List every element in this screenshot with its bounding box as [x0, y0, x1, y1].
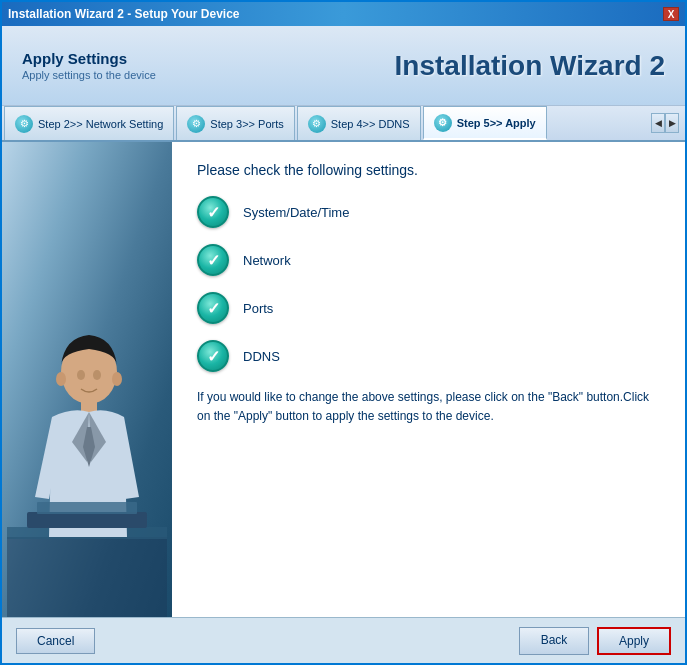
check-item-network: Network	[197, 244, 660, 276]
tab4-label: Step 4>> DDNS	[331, 118, 410, 130]
check-label-system: System/Date/Time	[243, 205, 349, 220]
tab-arrow-right[interactable]: ▶	[665, 113, 679, 133]
person-illustration	[7, 217, 167, 617]
svg-point-4	[56, 372, 66, 386]
tab-nav-arrows: ◀ ▶	[647, 106, 683, 140]
tab2-label: Step 2>> Network Setting	[38, 118, 163, 130]
tab-step5[interactable]: Step 5>> Apply	[423, 106, 547, 140]
sidebar-person	[2, 142, 172, 617]
title-bar: Installation Wizard 2 - Setup Your Devic…	[2, 2, 685, 26]
footer-right: Back Apply	[519, 627, 671, 655]
tab4-icon	[308, 115, 326, 133]
tab2-icon	[15, 115, 33, 133]
svg-point-6	[77, 370, 85, 380]
header-subtitle: Apply settings to the device	[22, 69, 156, 81]
svg-rect-0	[7, 537, 167, 617]
apply-button[interactable]: Apply	[597, 627, 671, 655]
tab-step4[interactable]: Step 4>> DDNS	[297, 106, 421, 140]
back-button[interactable]: Back	[519, 627, 589, 655]
wizard-title: Installation Wizard 2	[395, 50, 665, 82]
main-window: Installation Wizard 2 - Setup Your Devic…	[0, 0, 687, 665]
tab3-label: Step 3>> Ports	[210, 118, 283, 130]
footer: Cancel Back Apply	[2, 617, 685, 663]
tab-step2[interactable]: Step 2>> Network Setting	[4, 106, 174, 140]
tabs-bar: Step 2>> Network Setting Step 3>> Ports …	[2, 106, 685, 142]
check-title: Please check the following settings.	[197, 162, 660, 178]
check-icon-network	[197, 244, 229, 276]
svg-rect-9	[37, 502, 137, 514]
check-label-network: Network	[243, 253, 291, 268]
tab-step3[interactable]: Step 3>> Ports	[176, 106, 294, 140]
check-icon-system	[197, 196, 229, 228]
svg-point-5	[112, 372, 122, 386]
check-label-ddns: DDNS	[243, 349, 280, 364]
check-icon-ports	[197, 292, 229, 324]
check-item-ports: Ports	[197, 292, 660, 324]
header-left: Apply Settings Apply settings to the dev…	[22, 50, 156, 81]
tab5-label: Step 5>> Apply	[457, 117, 536, 129]
check-icon-ddns	[197, 340, 229, 372]
tab3-icon	[187, 115, 205, 133]
info-text: If you would like to change the above se…	[197, 388, 660, 426]
close-button[interactable]: X	[663, 7, 679, 21]
svg-rect-8	[27, 512, 147, 528]
cancel-button[interactable]: Cancel	[16, 628, 95, 654]
header-title: Apply Settings	[22, 50, 156, 67]
content-area: Please check the following settings. Sys…	[2, 142, 685, 617]
sidebar	[2, 142, 172, 617]
header: Apply Settings Apply settings to the dev…	[2, 26, 685, 106]
check-item-system: System/Date/Time	[197, 196, 660, 228]
check-label-ports: Ports	[243, 301, 273, 316]
window-title: Installation Wizard 2 - Setup Your Devic…	[8, 7, 240, 21]
check-item-ddns: DDNS	[197, 340, 660, 372]
svg-point-7	[93, 370, 101, 380]
tab-arrow-left[interactable]: ◀	[651, 113, 665, 133]
tab5-icon	[434, 114, 452, 132]
main-content: Please check the following settings. Sys…	[172, 142, 685, 617]
